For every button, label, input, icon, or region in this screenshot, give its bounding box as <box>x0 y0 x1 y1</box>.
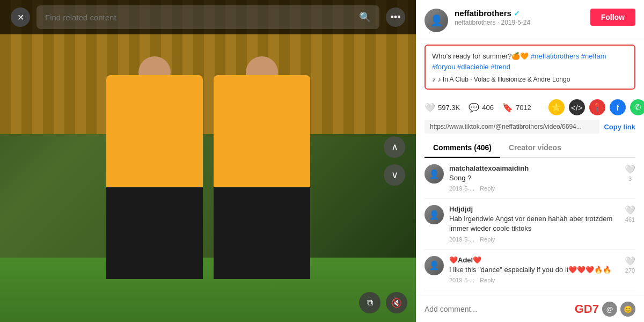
caption-box: Who's ready for summer?🍊🧡 #neffatibrothe… <box>425 45 635 90</box>
comment-like: 🤍 461 <box>625 205 635 242</box>
comment-like: 🤍 3 <box>625 164 635 192</box>
caption-text: Who's ready for summer?🍊🧡 #neffatibrothe… <box>432 51 628 72</box>
like-count: 3 <box>628 175 632 182</box>
comment-username: Hdjdjdj <box>449 205 619 213</box>
hashtag-neffatibrothers[interactable]: #neffatibrothers <box>531 52 579 60</box>
profile-name: neffatibrothers ✓ <box>455 9 584 18</box>
music-icon: ♪ <box>432 75 436 83</box>
search-container: 🔍 <box>36 5 379 29</box>
facebook-icon[interactable]: f <box>610 99 626 115</box>
comment-like: 🤍 270 <box>625 256 635 283</box>
comment-meta: 2019-5-... Reply <box>449 277 619 283</box>
hashtag-trend[interactable]: #trend <box>491 63 510 71</box>
tiktok-icon[interactable]: ⭐ <box>548 99 565 115</box>
at-icon: @ <box>602 302 617 317</box>
nav-arrows: ∧ ∨ <box>384 136 405 186</box>
mirror-icon: ⧉ <box>367 298 373 308</box>
comments-area[interactable]: 👤 matchalattexoaimaidinh Song ? 2019-5-.… <box>416 158 644 296</box>
hashtag-neffam[interactable]: #neffam <box>581 52 606 60</box>
like-icon[interactable]: 🤍 <box>625 164 635 174</box>
mute-button[interactable]: 🔇 <box>386 292 407 313</box>
gd7-logo: GD7 <box>575 302 599 316</box>
like-count: 461 <box>625 216 635 223</box>
music-line: ♪ ♪ In A Club · Volac & Illusionize & An… <box>432 75 628 83</box>
comment-item: 👤 matchalattexoaimaidinh Song ? 2019-5-.… <box>425 158 635 199</box>
close-button[interactable]: ✕ <box>11 8 30 27</box>
comments-stat: 💬 406 <box>469 103 494 113</box>
likes-stat: 🤍 597.3K <box>425 103 460 113</box>
more-button[interactable]: ••• <box>386 8 405 27</box>
comment-text: Song ? <box>449 173 619 183</box>
comment-item: 👤 ❤️Adel❤️ I like this "dance" especiall… <box>425 250 635 290</box>
reply-button[interactable]: Reply <box>480 277 495 283</box>
people-silhouettes <box>74 54 342 279</box>
whatsapp-icon[interactable]: ✆ <box>630 99 644 115</box>
bottom-controls: ⧉ 🔇 <box>359 292 407 313</box>
nav-up-button[interactable]: ∧ <box>384 136 405 158</box>
reply-button[interactable]: Reply <box>480 236 495 243</box>
comment-avatar: 👤 <box>425 256 444 275</box>
bookmarks-count: 7012 <box>516 104 531 112</box>
like-icon[interactable]: 🤍 <box>625 256 635 266</box>
hashtag-foryou[interactable]: #foryou <box>432 63 455 71</box>
mirror-button[interactable]: ⧉ <box>359 292 380 313</box>
comment-content: matchalattexoaimaidinh Song ? 2019-5-...… <box>449 164 619 192</box>
comment-icon: 💬 <box>469 103 479 113</box>
profile-header: 👤 neffatibrothers ✓ neffatibrothers · 20… <box>416 0 644 39</box>
follow-button[interactable]: Follow <box>590 9 635 26</box>
tab-creator-videos[interactable]: Creator videos <box>500 138 570 157</box>
comment-date: 2019-5-... <box>449 185 474 192</box>
comment-item: 👤 Hdjdjdj Hab irgendwie Angst vor denen … <box>425 199 635 249</box>
close-icon: ✕ <box>17 12 24 23</box>
comment-username: matchalattexoaimaidinh <box>449 164 619 172</box>
tab-comments[interactable]: Comments (406) <box>425 138 500 157</box>
top-bar: ✕ 🔍 ••• <box>0 0 416 34</box>
stats-row: 🤍 597.3K 💬 406 🔖 7012 ⭐ </> 📍 f ✆ ↗ <box>416 95 644 120</box>
comment-date: 2019-5-... <box>449 236 474 243</box>
verified-icon: ✓ <box>514 9 520 18</box>
video-background <box>0 0 416 322</box>
likes-count: 597.3K <box>438 104 460 112</box>
comments-count: 406 <box>482 104 494 112</box>
comment-date: 2019-5-... <box>449 277 474 283</box>
right-panel: 👤 neffatibrothers ✓ neffatibrothers · 20… <box>416 0 644 322</box>
action-icons: ⭐ </> 📍 f ✆ ↗ <box>548 99 644 115</box>
comment-content: ❤️Adel❤️ I like this "dance" especially … <box>449 256 619 283</box>
url-text: https://www.tiktok.com/@neffatibrothers/… <box>425 120 599 134</box>
comment-meta: 2019-5-... Reply <box>449 236 619 243</box>
video-panel: ✕ 🔍 ••• ∧ ∨ ⧉ 🔇 <box>0 0 416 322</box>
comment-text: Hab irgendwie Angst vor denen hahah aber… <box>449 214 619 233</box>
comment-avatar: 👤 <box>425 205 444 224</box>
hashtag-dlaciebie[interactable]: #dlaciebie <box>457 63 489 71</box>
watermark: GD7 @ 😊 <box>575 302 635 317</box>
mute-icon: 🔇 <box>391 298 402 308</box>
comment-text: I like this "dance" especially if you do… <box>449 265 619 275</box>
comment-meta: 2019-5-... Reply <box>449 185 619 192</box>
tabs-row: Comments (406) Creator videos <box>425 138 635 158</box>
like-icon[interactable]: 🤍 <box>625 205 635 215</box>
comment-input[interactable] <box>425 305 569 313</box>
profile-sub: neffatibrothers · 2019-5-24 <box>455 19 584 26</box>
person-right <box>214 75 310 279</box>
emoji-icon: 😊 <box>620 302 635 317</box>
comment-item: 👤 zara <box>425 290 635 296</box>
pin-icon[interactable]: 📍 <box>589 99 605 115</box>
more-icon: ••• <box>391 12 401 23</box>
comment-username: ❤️Adel❤️ <box>449 256 619 264</box>
username-label: neffatibrothers <box>455 9 511 18</box>
search-input[interactable] <box>45 13 359 22</box>
copy-link-button[interactable]: Copy link <box>604 123 635 131</box>
nav-down-button[interactable]: ∨ <box>384 164 405 186</box>
chevron-up-icon: ∧ <box>391 141 398 153</box>
profile-info: neffatibrothers ✓ neffatibrothers · 2019… <box>455 9 584 26</box>
search-icon: 🔍 <box>359 11 371 23</box>
comment-content: Hdjdjdj Hab irgendwie Angst vor denen ha… <box>449 205 619 242</box>
reply-button[interactable]: Reply <box>480 185 495 192</box>
music-text: ♪ In A Club · Volac & Illusionize & Andr… <box>438 76 570 83</box>
chevron-down-icon: ∨ <box>391 169 398 181</box>
heart-icon: 🤍 <box>425 103 435 113</box>
bookmark-icon: 🔖 <box>502 103 513 113</box>
person-left <box>106 75 203 279</box>
comment-avatar: 👤 <box>425 164 444 184</box>
code-icon[interactable]: </> <box>569 99 585 115</box>
